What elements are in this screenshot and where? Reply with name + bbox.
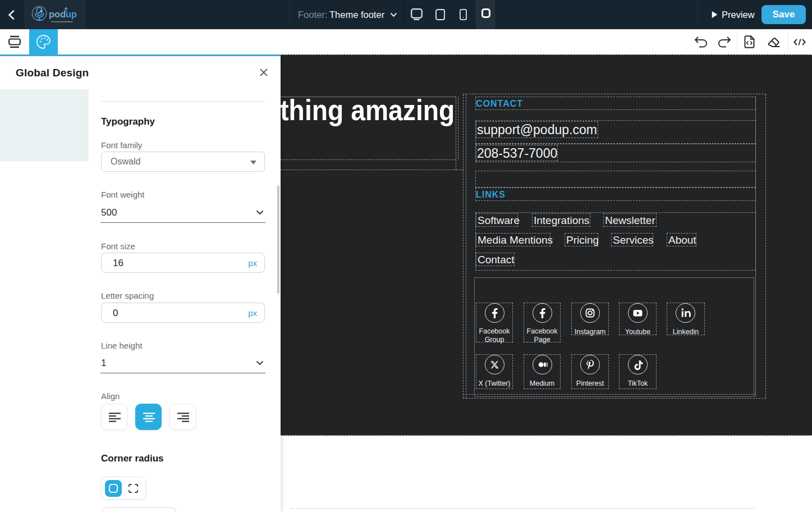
svg-text:Formerly ShowPlatform: Formerly ShowPlatform <box>52 21 73 23</box>
svg-text:up: up <box>66 9 77 19</box>
svg-text:pod: pod <box>49 9 66 19</box>
